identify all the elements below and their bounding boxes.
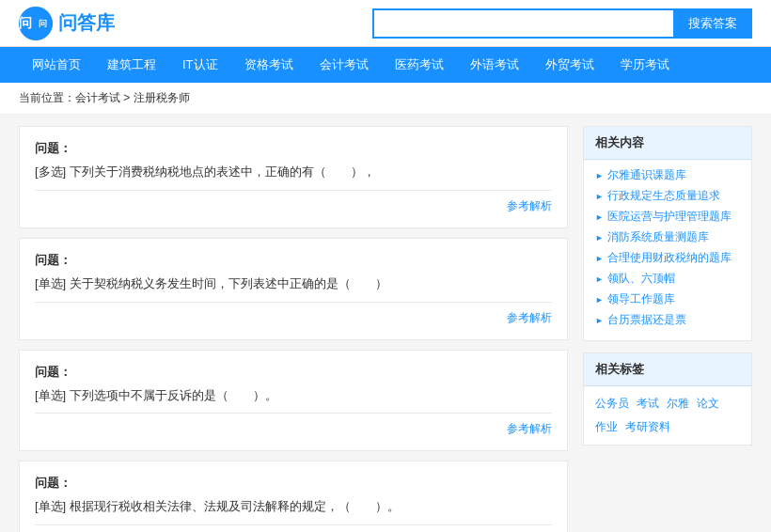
related-link-4[interactable]: 合理使用财政税纳的题库 (595, 250, 740, 266)
question-footer-2: 参考解析 (35, 302, 552, 326)
question-footer-1: 参考解析 (35, 190, 552, 214)
related-tags-title: 相关标签 (584, 353, 751, 386)
question-text-2: [单选] 关于契税纳税义务发生时间，下列表述中正确的是（ ） (35, 274, 552, 294)
search-input[interactable] (372, 8, 673, 39)
tag-0[interactable]: 公务员 (595, 396, 629, 412)
search-bar: 搜索答案 (372, 8, 752, 39)
related-link-2[interactable]: 医院运营与护理管理题库 (595, 209, 740, 225)
question-footer-4: 参考解析 (35, 524, 552, 532)
related-link-0[interactable]: 尔雅通识课题库 (595, 167, 740, 183)
question-text-4: [单选] 根据现行税收相关法律、法规及司法解释的规定，（ ）。 (35, 497, 552, 517)
search-button[interactable]: 搜索答案 (673, 8, 752, 39)
ref-link-1[interactable]: 参考解析 (507, 199, 552, 212)
nav-item-education[interactable]: 学历考试 (607, 47, 683, 83)
related-link-6[interactable]: 领导工作题库 (595, 291, 740, 307)
logo-text: 问答库 (58, 10, 115, 36)
question-label-2: 问题： (35, 252, 552, 269)
related-tags-box: 相关标签 公务员 考试 尔雅 论文 作业 考研资料 (583, 352, 752, 446)
nav-item-foreign-trade[interactable]: 外贸考试 (532, 47, 607, 83)
breadcrumb-text: 当前位置：会计考试 > 注册税务师 (19, 91, 190, 104)
question-footer-3: 参考解析 (35, 413, 552, 437)
question-text-3: [单选] 下列选项中不属于反诉的是（ ）。 (35, 386, 552, 406)
question-label-1: 问题： (35, 140, 552, 157)
nav-item-it[interactable]: IT认证 (169, 47, 231, 83)
question-card-4: 问题： [单选] 根据现行税收相关法律、法规及司法解释的规定，（ ）。 参考解析 (19, 461, 568, 532)
tag-1[interactable]: 考试 (637, 396, 659, 412)
logo-icon: 问 (19, 7, 53, 40)
nav-item-construction[interactable]: 建筑工程 (94, 47, 169, 83)
sidebar: 相关内容 尔雅通识课题库 行政规定生态质量追求 医院运营与护理管理题库 消防系统… (583, 126, 752, 532)
nav: 网站首页 建筑工程 IT认证 资格考试 会计考试 医药考试 外语考试 外贸考试 … (0, 47, 771, 83)
logo: 问 问答库 (19, 7, 115, 40)
main-layout: 问题： [多选] 下列关于消费税纳税地点的表述中，正确的有（ ）， 参考解析 问… (0, 115, 771, 532)
nav-item-medicine[interactable]: 医药考试 (382, 47, 457, 83)
question-label-4: 问题： (35, 475, 552, 492)
svg-text:问: 问 (39, 19, 47, 28)
related-link-3[interactable]: 消防系统质量测题库 (595, 229, 740, 245)
related-link-5[interactable]: 领队、六顶帽 (595, 271, 740, 287)
tags-container: 公务员 考试 尔雅 论文 作业 考研资料 (584, 386, 751, 445)
question-card-2: 问题： [单选] 关于契税纳税义务发生时间，下列表述中正确的是（ ） 参考解析 (19, 238, 568, 340)
tag-2[interactable]: 尔雅 (667, 396, 689, 412)
related-content-title: 相关内容 (584, 127, 751, 160)
nav-item-qualification[interactable]: 资格考试 (231, 47, 307, 83)
related-content-links: 尔雅通识课题库 行政规定生态质量追求 医院运营与护理管理题库 消防系统质量测题库… (584, 160, 751, 340)
related-link-1[interactable]: 行政规定生态质量追求 (595, 188, 740, 204)
tag-5[interactable]: 考研资料 (625, 419, 670, 435)
content-area: 问题： [多选] 下列关于消费税纳税地点的表述中，正确的有（ ）， 参考解析 问… (19, 126, 568, 532)
question-label-3: 问题： (35, 364, 552, 381)
nav-item-accounting[interactable]: 会计考试 (307, 47, 382, 83)
question-card-1: 问题： [多选] 下列关于消费税纳税地点的表述中，正确的有（ ）， 参考解析 (19, 126, 568, 228)
nav-item-home[interactable]: 网站首页 (19, 47, 94, 83)
related-content-box: 相关内容 尔雅通识课题库 行政规定生态质量追求 医院运营与护理管理题库 消防系统… (583, 126, 752, 341)
tag-3[interactable]: 论文 (697, 396, 719, 412)
tag-4[interactable]: 作业 (595, 419, 618, 435)
nav-item-foreign-lang[interactable]: 外语考试 (457, 47, 532, 83)
question-card-3: 问题： [单选] 下列选项中不属于反诉的是（ ）。 参考解析 (19, 350, 568, 452)
question-text-1: [多选] 下列关于消费税纳税地点的表述中，正确的有（ ）， (35, 163, 552, 182)
breadcrumb: 当前位置：会计考试 > 注册税务师 (0, 83, 771, 115)
header: 问 问答库 搜索答案 (0, 0, 771, 47)
ref-link-2[interactable]: 参考解析 (507, 311, 552, 324)
related-link-7[interactable]: 台历票据还是票 (595, 312, 740, 328)
ref-link-3[interactable]: 参考解析 (507, 422, 552, 435)
